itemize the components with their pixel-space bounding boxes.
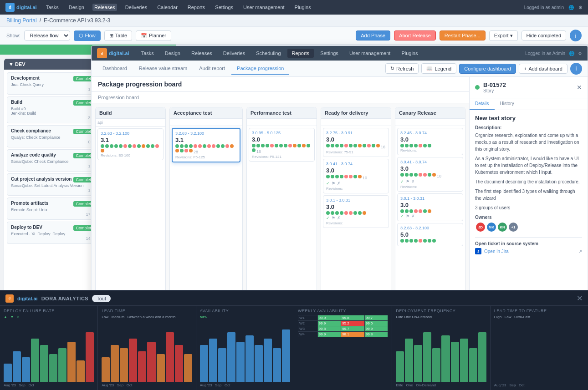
breadcrumb-api: E-Commerce API v3.93.2-3 (44, 17, 110, 24)
top-logo-icon: d (5, 3, 15, 12)
hide-completed-button[interactable]: Hide completed (522, 30, 566, 41)
checkmark-canary-2: ✓ (400, 214, 404, 218)
top-nav-usermgmt[interactable]: User management (241, 4, 286, 11)
pkg-tab-package-progression[interactable]: Package progression (231, 63, 289, 75)
pkg-col-build-header: Build (96, 107, 165, 119)
pkg-card-ready-1[interactable]: 3.0.41 - 3.0.74 3.0 10 ✓ ⚑ (323, 159, 389, 193)
dora-close-button[interactable]: ✕ (577, 294, 583, 303)
table-button[interactable]: ⊞ Table (104, 30, 132, 41)
breadcrumb: Billing Portal / E-Commerce API v3.93.2-… (0, 15, 588, 27)
top-logo-text: digital.ai (16, 5, 37, 10)
pkg-card-canary-1[interactable]: 3.0.41 - 3.0.74 3.0 10 ✓ ⚑ (397, 157, 463, 192)
pkg-tab-audit[interactable]: Audit report (194, 63, 230, 75)
dot-count-canary-1: 10 (437, 174, 441, 178)
settings-icon[interactable]: ⚙ (578, 5, 583, 10)
pkg-nav-usermgmt[interactable]: User management (345, 49, 395, 58)
tout-badge[interactable]: Tout (92, 295, 111, 302)
top-nav-deliveries[interactable]: Deliveries (123, 4, 149, 11)
pkg-nav-design[interactable]: Design (160, 49, 185, 58)
top-nav-releases[interactable]: Releases (92, 4, 117, 11)
configure-dashboard-button[interactable]: Configure dashboard (459, 64, 516, 74)
detail-description-0: Organize research, exploration and come … (475, 132, 582, 152)
jira-icon: J (475, 248, 481, 254)
kanban-card-dev-1[interactable]: Build Completed Build #9 Jenkins: Build … (7, 96, 102, 123)
view-select[interactable]: Release flow (24, 30, 70, 41)
detail-description-4: 3 groups of users (475, 204, 582, 211)
detail-tab-history[interactable]: History (495, 98, 520, 110)
export-button[interactable]: Export ▾ (489, 30, 518, 41)
top-nav-settings[interactable]: Settings (213, 4, 235, 11)
pkg-nav: d digital.ai Tasks Design Releases Deliv… (92, 46, 588, 61)
pkg-info-button[interactable]: i (570, 63, 582, 75)
pkg-nav-right: Logged in as Admin 🌐 ⚙ (525, 51, 582, 56)
pkg-card-ready-2[interactable]: 3.0.1 - 3.0.31 3.0 ✓ ⚑ (323, 195, 389, 228)
pkg-dots-canary-1: 10 (400, 173, 460, 178)
pkg-nav-releases[interactable]: Releases (187, 49, 217, 58)
pkg-card-canary-2[interactable]: 3.0.1 - 3.0.31 3.0 ✓ ⚑ (397, 193, 463, 221)
owner-avatar-0: JD (475, 222, 486, 233)
pkg-card-acceptance-0[interactable]: 3.2.63 - 3.2.100 3.1 28 Revisions: P5-12 (172, 128, 240, 162)
owner-avatar-2: KN (497, 222, 508, 233)
jira-link[interactable]: J Open in Jira ↗ (475, 248, 582, 254)
pkg-gear-icon[interactable]: ⚙ (578, 51, 582, 56)
top-nav-tasks[interactable]: Tasks (44, 4, 61, 11)
kanban-card-dev-4[interactable]: Cut project analysis version Completed S… (7, 173, 102, 196)
pkg-card-build-0[interactable]: 3.2.63 - 3.2.100 3.1 Revisions: B3-100 (97, 128, 164, 160)
pkg-nav-scheduling[interactable]: Scheduling (251, 49, 285, 58)
x-ready-2: ✗ (337, 216, 341, 220)
kanban-card-dev-2[interactable]: Check compliance Completed Qualys: Check… (7, 125, 102, 147)
planner-icon: 📅 (141, 33, 147, 39)
pkg-dots-ready-2 (326, 211, 386, 215)
pkg-dots-canary-3 (400, 239, 460, 243)
pkg-tab-value-stream[interactable]: Release value stream (133, 63, 193, 75)
add-phase-button[interactable]: Add Phase (356, 30, 390, 41)
kanban-card-dev-5[interactable]: Promote artifacts Completed Remote Scrip… (7, 198, 102, 220)
pkg-globe-icon[interactable]: 🌐 (569, 51, 574, 56)
legend-button[interactable]: 📖 Legend (421, 63, 456, 74)
planner-button[interactable]: 📅 Planner (136, 30, 171, 41)
pkg-card-canary-3[interactable]: 3.2.63 - 3.2.100 5.0 (397, 223, 463, 246)
refresh-button[interactable]: ↻ Refresh (385, 63, 419, 74)
pkg-nav-deliveries[interactable]: Deliveries (219, 49, 250, 58)
table-row: W4 99.9 98.1 99.8 (298, 332, 388, 337)
detail-description-label: Description: (475, 125, 582, 130)
dora-chart-deploy-freq (396, 320, 486, 380)
flag-canary-1: ⚑ (406, 179, 409, 184)
pkg-nav-tasks[interactable]: Tasks (137, 49, 159, 58)
kanban-card-dev-3[interactable]: Analyze code quality Completed SonarQube… (7, 149, 102, 172)
dora-weekly-availability: WEEKLY AVAILABILITY W1 99.9 99.8 99.7 W2… (294, 306, 392, 380)
pkg-col-accept-api (170, 119, 242, 126)
flow-button[interactable]: ⬡ Flow (74, 30, 101, 41)
dot-count-accept: 28 (194, 150, 198, 154)
top-nav-calendar[interactable]: Calendar (155, 4, 179, 11)
flow-icon: ⬡ (79, 33, 83, 39)
dora-body: DEPLOY FAILURE RATE ▲ ▼ ○ Aug '23 Sep Oc… (0, 306, 588, 380)
pkg-tab-dashboard[interactable]: Dashboard (97, 63, 133, 75)
checkmark-ready-2: ✓ (326, 216, 330, 220)
detail-close-button[interactable]: ✕ (577, 84, 582, 91)
pkg-card-perf-0[interactable]: 3.0.95 - 5.0.125 3.0 16 Revisions: P5-12… (249, 128, 315, 162)
dora-weekly-table: W1 99.9 99.8 99.7 W2 99.9 95.2 99.6 (298, 315, 388, 337)
open-ticket-section: Open ticket in source system J Open in J… (475, 237, 582, 254)
top-nav-plugins[interactable]: Plugins (293, 4, 313, 11)
add-dashboard-button[interactable]: + Add dashboard (519, 64, 568, 74)
abort-release-button[interactable]: Abort Release (394, 30, 436, 41)
kanban-card-dev-6[interactable]: Deploy to DEV Completed Executed · XL De… (7, 222, 102, 244)
breadcrumb-billing[interactable]: Billing Portal (6, 17, 37, 24)
pkg-board-subtitle: Progression board (98, 95, 139, 100)
toolbar-right: Add Phase Abort Release Restart Phase...… (356, 30, 582, 41)
pkg-nav-settings[interactable]: Settings (316, 49, 343, 58)
pkg-nav-reports[interactable]: Reports (287, 49, 314, 58)
pkg-card-canary-0[interactable]: 3.2.45 - 3.0.74 3.0 Revisions: (397, 128, 463, 155)
info-button[interactable]: i (570, 30, 582, 41)
top-nav-reports[interactable]: Reports (186, 4, 207, 11)
dora-chart-deploy-failure (4, 320, 94, 380)
top-nav-design[interactable]: Design (67, 4, 86, 11)
globe-icon[interactable]: 🌐 (568, 5, 574, 10)
dora-availability: AVAILABILITY 50% Aug '23 Sep Oct (196, 306, 294, 380)
restart-phase-button[interactable]: Restart Phase... (440, 30, 486, 41)
pkg-nav-plugins[interactable]: Plugins (397, 49, 422, 58)
pkg-card-ready-0[interactable]: 3.2.75 - 3.0.91 3.0 16 Revisions: 75-91 (323, 128, 389, 157)
kanban-card-dev-0[interactable]: Development Completed Jira: Check Query … (7, 72, 102, 95)
detail-tab-details[interactable]: Details (470, 98, 495, 110)
